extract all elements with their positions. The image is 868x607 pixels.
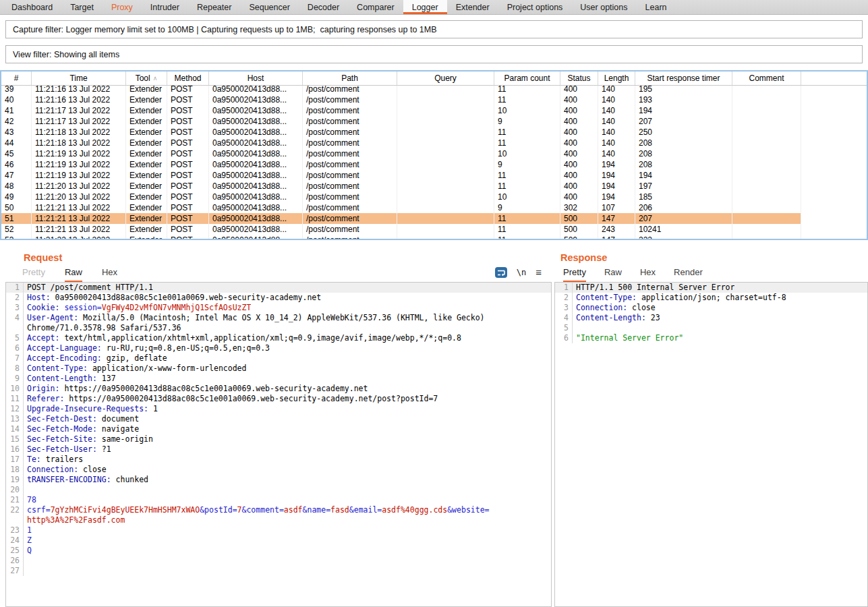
newline-icon[interactable]: \n: [517, 268, 526, 277]
table-row[interactable]: 4611:21:19 13 Jul 2022ExtenderPOST0a9500…: [1, 159, 867, 170]
request-editor-line: 4User-Agent: Mozilla/5.0 (Macintosh; Int…: [6, 313, 551, 323]
cell-host: 0a9500020413d88...: [209, 138, 303, 148]
line-text: http%3A%2F%2Fasdf.com: [24, 515, 125, 525]
column-header-host[interactable]: Host: [209, 71, 303, 85]
column-header-[interactable]: #: [1, 71, 32, 85]
column-header-param-count[interactable]: Param count: [494, 71, 560, 85]
line-text: [24, 485, 27, 495]
response-tab-hex[interactable]: Hex: [640, 267, 656, 282]
token: ?1: [97, 444, 111, 454]
main-tab-learn[interactable]: Learn: [637, 0, 676, 14]
cell-query: [397, 202, 494, 213]
table-row[interactable]: 4211:21:17 13 Jul 2022ExtenderPOST0a9500…: [1, 116, 867, 127]
response-tab-raw[interactable]: Raw: [604, 267, 622, 282]
column-header-status[interactable]: Status: [560, 71, 598, 85]
cell-path: /post/comment: [303, 148, 397, 159]
request-editor-line: 9Content-Length: 137: [6, 374, 551, 384]
table-row[interactable]: 5211:21:21 13 Jul 2022ExtenderPOST0a9500…: [1, 224, 867, 235]
line-text: Sec-Fetch-Dest: document: [24, 414, 139, 424]
cell-path: /post/comment: [303, 94, 397, 105]
table-row[interactable]: 4111:21:17 13 Jul 2022ExtenderPOST0a9500…: [1, 105, 867, 116]
main-tab-logger[interactable]: Logger: [403, 0, 447, 14]
response-tab-pretty[interactable]: Pretty: [563, 267, 586, 282]
line-text: HTTP/1.1 500 Internal Server Error: [573, 283, 734, 293]
cell-param-count: 11: [494, 94, 560, 105]
capture-filter-bar[interactable]: Capture filter: Logger memory limit set …: [5, 20, 863, 38]
cell-status: 500: [560, 235, 598, 240]
cell-query: [397, 94, 494, 105]
word-wrap-toggle-icon[interactable]: [495, 267, 507, 278]
cell-param-count: 9: [494, 202, 560, 213]
column-header-length[interactable]: Length: [598, 71, 635, 85]
request-editor-line: 3Cookie: session=VgFWy4D2vMfON7vMNMhjQ1S…: [6, 303, 551, 313]
table-row[interactable]: 4711:21:19 13 Jul 2022ExtenderPOST0a9500…: [1, 170, 867, 181]
view-filter-bar[interactable]: View filter: Showing all items: [5, 45, 863, 63]
response-tabrow: PrettyRawHexRender: [554, 263, 868, 282]
request-editor[interactable]: 1POST /post/comment HTTP/1.12Host: 0a950…: [5, 282, 552, 607]
cell-comment: [732, 138, 801, 148]
request-editor-line: 8Content-Type: application/x-www-form-ur…: [6, 364, 551, 374]
request-editor-line: 7Accept-Encoding: gzip, deflate: [6, 353, 551, 364]
main-tab-sequencer[interactable]: Sequencer: [240, 0, 298, 14]
token: HTTP/1.1 500 Internal Server Error: [576, 283, 734, 292]
cell-host: 0a9500020413d88...: [209, 170, 303, 181]
main-tab-user-options[interactable]: User options: [571, 0, 636, 14]
token: trailers: [41, 455, 83, 464]
cell-filler: [801, 170, 867, 181]
cell-method: POST: [167, 235, 209, 240]
main-tab-target[interactable]: Target: [61, 0, 103, 14]
column-header-comment[interactable]: Comment: [732, 71, 801, 85]
token: 1: [27, 525, 32, 535]
token: navigate: [97, 424, 139, 434]
table-row[interactable]: 4011:21:16 13 Jul 2022ExtenderPOST0a9500…: [1, 94, 867, 105]
main-tab-decoder[interactable]: Decoder: [299, 0, 348, 14]
cell-status: 400: [560, 116, 598, 127]
table-row[interactable]: 4911:21:20 13 Jul 2022ExtenderPOST0a9500…: [1, 192, 867, 202]
editor-menu-icon[interactable]: ≡: [536, 268, 542, 277]
column-header-path[interactable]: Path: [303, 71, 397, 85]
table-row[interactable]: 4511:21:19 13 Jul 2022ExtenderPOST0a9500…: [1, 148, 867, 159]
line-number: 21: [6, 495, 24, 505]
cell-path: /post/comment: [303, 181, 397, 192]
column-header-method[interactable]: Method: [167, 71, 209, 85]
table-row[interactable]: 4311:21:18 13 Jul 2022ExtenderPOST0a9500…: [1, 127, 867, 138]
cell-status: 400: [560, 181, 598, 192]
main-tab-project-options[interactable]: Project options: [498, 0, 572, 14]
column-header-label: Tool: [136, 74, 150, 83]
token: https://0a9500020413d88ac08c5c1e001a0069…: [59, 384, 368, 393]
column-header-query[interactable]: Query: [397, 71, 494, 85]
request-tab-pretty[interactable]: Pretty: [22, 267, 45, 282]
cell-host: 0a9500020413d88...: [209, 213, 303, 224]
cell-method: POST: [167, 213, 209, 224]
main-tab-dashboard[interactable]: Dashboard: [3, 0, 61, 14]
main-tab-repeater[interactable]: Repeater: [188, 0, 240, 14]
request-editor-line: 2Host: 0a9500020413d88ac08c5c1e001a0069.…: [6, 293, 551, 303]
main-tab-proxy[interactable]: Proxy: [103, 0, 142, 14]
table-row[interactable]: 4411:21:18 13 Jul 2022ExtenderPOST0a9500…: [1, 138, 867, 148]
cell-query: [397, 105, 494, 116]
response-tab-render[interactable]: Render: [674, 267, 703, 282]
column-header-time[interactable]: Time: [32, 71, 126, 85]
main-tab-comparer[interactable]: Comparer: [348, 0, 403, 14]
token: 137: [97, 374, 116, 383]
column-header-tool[interactable]: Tool∧: [126, 71, 167, 85]
line-text: Content-Type: application/x-www-form-url…: [24, 364, 246, 374]
request-tab-raw[interactable]: Raw: [65, 267, 82, 282]
column-header-start-response-timer[interactable]: Start response timer: [635, 71, 732, 85]
request-tab-hex[interactable]: Hex: [102, 267, 117, 282]
table-row[interactable]: 5111:21:21 13 Jul 2022ExtenderPOST0a9500…: [1, 213, 867, 224]
table-row[interactable]: 5311:21:22 13 Jul 2022ExtenderPOST0a9500…: [1, 235, 867, 240]
table-row[interactable]: 5011:21:21 13 Jul 2022ExtenderPOST0a9500…: [1, 202, 867, 213]
table-row[interactable]: 4811:21:20 13 Jul 2022ExtenderPOST0a9500…: [1, 181, 867, 192]
main-tab-extender[interactable]: Extender: [447, 0, 498, 14]
token: &name=: [303, 505, 331, 515]
cell-comment: [732, 105, 801, 116]
response-editor[interactable]: 1HTTP/1.1 500 Internal Server Error2Cont…: [554, 282, 868, 607]
main-tab-intruder[interactable]: Intruder: [142, 0, 188, 14]
token: Accept-Language:: [27, 343, 102, 353]
token: close: [627, 303, 656, 312]
token: Host:: [27, 293, 51, 302]
token: User-Agent:: [27, 313, 78, 322]
request-editor-line: 12Upgrade-Insecure-Requests: 1: [6, 404, 551, 414]
cell-time: 11:21:18 13 Jul 2022: [32, 127, 126, 138]
